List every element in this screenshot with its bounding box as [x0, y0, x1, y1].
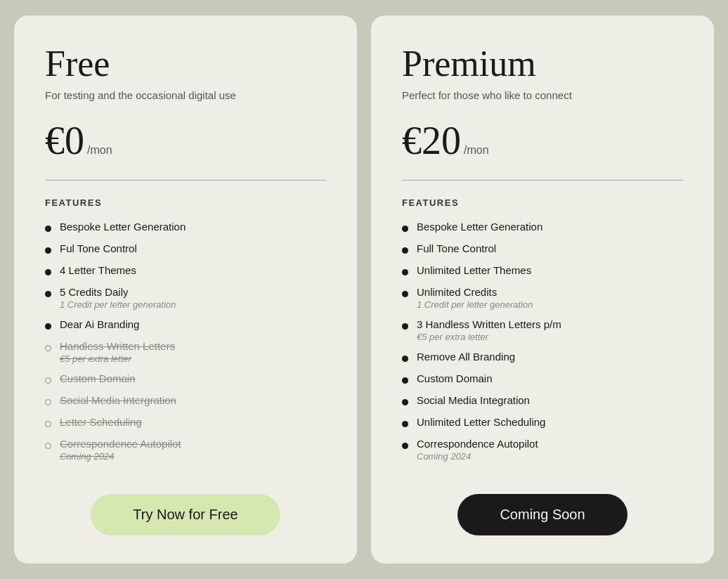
feature-subtext: €5 per extra letter	[60, 353, 175, 364]
list-item: Custom Domain	[402, 372, 683, 386]
filled-bullet-icon	[402, 323, 408, 330]
list-item: 3 Handless Written Letters p/m€5 per ext…	[402, 318, 683, 342]
empty-bullet-icon	[45, 345, 51, 351]
feature-text: Unlimited Credits	[417, 286, 533, 298]
premium-features-list: Bespoke Letter GenerationFull Tone Contr…	[402, 221, 683, 471]
free-cta-wrapper: Try Now for Free	[45, 494, 326, 535]
feature-subtext: €5 per extra letter	[417, 332, 561, 342]
feature-text: Unlimited Letter Themes	[417, 264, 531, 276]
feature-text: Bespoke Letter Generation	[60, 221, 186, 233]
free-plan-card: Free For testing and the occasional digi…	[14, 15, 357, 564]
list-item: Unlimited Letter Themes	[402, 264, 683, 278]
feature-text: Handless Written Letters	[60, 340, 175, 352]
list-item: Social Media Intergration	[45, 394, 326, 408]
feature-text: Social Media Intergration	[60, 394, 176, 406]
feature-text: Unlimited Letter Scheduling	[417, 416, 545, 428]
feature-subtext: Coming 2024	[417, 451, 538, 462]
filled-bullet-icon	[402, 269, 408, 275]
filled-bullet-icon	[402, 247, 408, 254]
list-item: Unlimited Letter Scheduling	[402, 416, 683, 429]
feature-text: Bespoke Letter Generation	[417, 221, 542, 233]
free-plan-name: Free	[45, 44, 326, 84]
filled-bullet-icon	[402, 356, 408, 362]
feature-text: 5 Credits Daily	[60, 286, 176, 298]
feature-text: 3 Handless Written Letters p/m	[417, 318, 561, 330]
feature-text: Correspondence Autopilot	[417, 438, 538, 450]
empty-bullet-icon	[45, 421, 51, 427]
filled-bullet-icon	[402, 399, 408, 405]
premium-cta-button[interactable]: Coming Soon	[457, 494, 627, 535]
feature-text: Custom Domain	[60, 372, 136, 384]
filled-bullet-icon	[45, 226, 51, 232]
filled-bullet-icon	[45, 323, 51, 330]
list-item: Bespoke Letter Generation	[402, 221, 683, 234]
list-item: Bespoke Letter Generation	[45, 221, 326, 234]
filled-bullet-icon	[402, 377, 408, 384]
feature-text: Ful Tone Control	[60, 242, 137, 254]
feature-text: 4 Letter Themes	[60, 264, 136, 276]
empty-bullet-icon	[45, 443, 51, 449]
list-item: 4 Letter Themes	[45, 264, 326, 278]
filled-bullet-icon	[45, 269, 51, 275]
free-cta-button[interactable]: Try Now for Free	[91, 494, 280, 535]
filled-bullet-icon	[402, 226, 408, 232]
list-item: Letter Scheduling	[45, 416, 326, 429]
feature-text: Custom Domain	[417, 372, 493, 384]
free-features-label: FEATURES	[45, 197, 326, 208]
filled-bullet-icon	[402, 443, 408, 449]
filled-bullet-icon	[45, 291, 51, 297]
feature-text: Social Media Integration	[417, 394, 530, 406]
list-item: Correspondence AutopilotComing 2024	[402, 438, 683, 462]
empty-bullet-icon	[45, 399, 51, 405]
list-item: Unlimited Credits1 Credit per letter gen…	[402, 286, 683, 310]
free-features-list: Bespoke Letter GenerationFul Tone Contro…	[45, 221, 326, 471]
feature-text: Full Tone Control	[417, 242, 496, 254]
empty-bullet-icon	[45, 377, 51, 384]
free-plan-tagline: For testing and the occasional digital u…	[45, 89, 326, 101]
list-item: Correspondence AutopilotComing 2024	[45, 438, 326, 462]
premium-price-amount: €20	[402, 121, 461, 160]
feature-subtext: 1 Credit per letter generation	[60, 299, 176, 310]
filled-bullet-icon	[402, 291, 408, 297]
feature-subtext: 1 Credit per letter generation	[417, 299, 533, 310]
free-price-row: €0 /mon	[45, 121, 326, 160]
list-item: Remove All Branding	[402, 351, 683, 364]
list-item: Social Media Integration	[402, 394, 683, 408]
list-item: 5 Credits Daily1 Credit per letter gener…	[45, 286, 326, 310]
free-divider	[45, 180, 326, 181]
premium-price-period: /mon	[464, 144, 489, 157]
list-item: Custom Domain	[45, 372, 326, 386]
filled-bullet-icon	[402, 421, 408, 427]
feature-text: Remove All Branding	[417, 351, 515, 363]
list-item: Ful Tone Control	[45, 242, 326, 256]
free-price-period: /mon	[87, 144, 112, 157]
free-price-amount: €0	[45, 121, 84, 160]
premium-plan-tagline: Perfect for those who like to connect	[402, 89, 683, 101]
list-item: Handless Written Letters€5 per extra let…	[45, 340, 326, 364]
premium-plan-card: Premium Perfect for those who like to co…	[371, 15, 714, 564]
feature-text: Dear Ai Branding	[60, 318, 139, 330]
list-item: Dear Ai Branding	[45, 318, 326, 332]
premium-divider	[402, 180, 683, 181]
filled-bullet-icon	[45, 247, 51, 254]
premium-plan-name: Premium	[402, 44, 683, 84]
list-item: Full Tone Control	[402, 242, 683, 256]
feature-text: Letter Scheduling	[60, 416, 142, 428]
premium-cta-wrapper: Coming Soon	[402, 494, 683, 535]
premium-features-label: FEATURES	[402, 197, 683, 208]
feature-text: Correspondence Autopilot	[60, 438, 181, 450]
feature-subtext: Coming 2024	[60, 451, 181, 462]
premium-price-row: €20 /mon	[402, 121, 683, 160]
